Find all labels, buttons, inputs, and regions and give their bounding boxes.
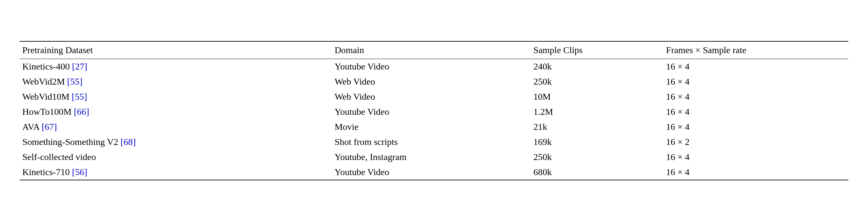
header-domain: Domain xyxy=(335,41,534,59)
table-row: WebVid10M [55]Web Video10M16 × 4 xyxy=(20,89,848,104)
table-row: AVA [67]Movie21k16 × 4 xyxy=(20,119,848,134)
cell-clips: 250k xyxy=(533,150,666,165)
cell-frames: 16 × 4 xyxy=(666,89,848,104)
cell-clips: 240k xyxy=(533,59,666,74)
cell-clips: 21k xyxy=(533,119,666,134)
cell-domain: Youtube, Instagram xyxy=(335,150,534,165)
table-row: Something-Something V2 [68]Shot from scr… xyxy=(20,134,848,150)
cell-frames: 16 × 4 xyxy=(666,59,848,74)
cell-frames: 16 × 4 xyxy=(666,150,848,165)
cell-domain: Web Video xyxy=(335,89,534,104)
cell-domain: Web Video xyxy=(335,74,534,89)
cell-domain: Youtube Video xyxy=(335,59,534,74)
cell-clips: 10M xyxy=(533,89,666,104)
cell-clips: 169k xyxy=(533,134,666,150)
cell-frames: 16 × 4 xyxy=(666,165,848,180)
cell-clips: 680k xyxy=(533,165,666,180)
header-clips: Sample Clips xyxy=(533,41,666,59)
ref-link[interactable]: [55] xyxy=(67,76,83,87)
cell-domain: Youtube Video xyxy=(335,104,534,119)
cell-clips: 250k xyxy=(533,74,666,89)
cell-dataset: Self-collected video xyxy=(20,150,335,165)
ref-link[interactable]: [66] xyxy=(74,106,90,117)
cell-frames: 16 × 4 xyxy=(666,104,848,119)
table-header: Pretraining Dataset Domain Sample Clips … xyxy=(20,41,848,59)
cell-domain: Movie xyxy=(335,119,534,134)
table-container: Pretraining Dataset Domain Sample Clips … xyxy=(20,41,848,180)
cell-dataset: WebVid10M [55] xyxy=(20,89,335,104)
cell-clips: 1.2M xyxy=(533,104,666,119)
table-row: HowTo100M [66]Youtube Video1.2M16 × 4 xyxy=(20,104,848,119)
header-row: Pretraining Dataset Domain Sample Clips … xyxy=(20,41,848,59)
cell-domain: Youtube Video xyxy=(335,165,534,180)
cell-dataset: WebVid2M [55] xyxy=(20,74,335,89)
cell-frames: 16 × 4 xyxy=(666,119,848,134)
table-row: Self-collected videoYoutube, Instagram25… xyxy=(20,150,848,165)
ref-link[interactable]: [67] xyxy=(42,122,57,132)
ref-link[interactable]: [56] xyxy=(72,167,88,177)
ref-link[interactable]: [68] xyxy=(121,137,136,147)
table-row: WebVid2M [55]Web Video250k16 × 4 xyxy=(20,74,848,89)
header-dataset: Pretraining Dataset xyxy=(20,41,335,59)
cell-frames: 16 × 2 xyxy=(666,134,848,150)
cell-dataset: Kinetics-400 [27] xyxy=(20,59,335,74)
header-frames: Frames × Sample rate xyxy=(666,41,848,59)
cell-frames: 16 × 4 xyxy=(666,74,848,89)
cell-dataset: HowTo100M [66] xyxy=(20,104,335,119)
cell-dataset: Kinetics-710 [56] xyxy=(20,165,335,180)
cell-dataset: Something-Something V2 [68] xyxy=(20,134,335,150)
ref-link[interactable]: [55] xyxy=(72,92,87,102)
table-body: Kinetics-400 [27]Youtube Video240k16 × 4… xyxy=(20,59,848,180)
cell-domain: Shot from scripts xyxy=(335,134,534,150)
table-row: Kinetics-400 [27]Youtube Video240k16 × 4 xyxy=(20,59,848,74)
table-row: Kinetics-710 [56]Youtube Video680k16 × 4 xyxy=(20,165,848,180)
cell-dataset: AVA [67] xyxy=(20,119,335,134)
ref-link[interactable]: [27] xyxy=(72,61,88,71)
pretraining-dataset-table: Pretraining Dataset Domain Sample Clips … xyxy=(20,41,848,180)
